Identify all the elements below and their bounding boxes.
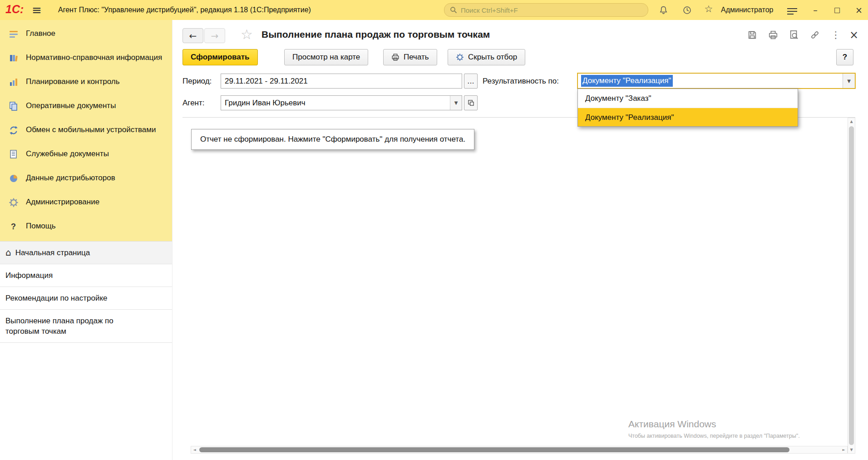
report-area — [182, 117, 855, 455]
nav-item-sales-plan-report[interactable]: Выполнение плана продаж по торговым точк… — [0, 310, 172, 343]
vertical-scrollbar-thumb[interactable] — [849, 126, 854, 445]
result-selected-value: Документу "Реализация" — [581, 75, 673, 87]
scroll-down-icon[interactable]: ▼ — [848, 446, 855, 453]
scroll-left-icon[interactable]: ◄ — [191, 446, 198, 453]
1c-logo: 1С: — [5, 3, 24, 16]
preview-icon[interactable] — [788, 29, 800, 41]
sidebar-nav: ⌂ Начальная страница Информация Рекоменд… — [0, 241, 172, 343]
report-empty-message: Отчет не сформирован. Нажмите "Сформиров… — [191, 129, 474, 150]
gear-icon — [8, 197, 19, 208]
sidebar-item-label: Помощь — [26, 221, 56, 231]
sidebar-item-distributor-data[interactable]: Данные дистрибьюторов — [0, 166, 172, 190]
sidebar-item-label: Администрирование — [26, 197, 99, 207]
horizontal-scrollbar[interactable]: ◄ ► — [191, 446, 848, 454]
settings-gear-icon — [456, 53, 464, 61]
period-picker-button[interactable]: ... — [464, 74, 478, 89]
nav-item-home-page[interactable]: ⌂ Начальная страница — [0, 242, 172, 264]
print-icon[interactable] — [767, 29, 779, 41]
favorite-star-icon[interactable]: ☆ — [241, 26, 253, 42]
sidebar-item-label: Планирование и контроль — [26, 77, 120, 87]
books-icon — [8, 53, 19, 63]
sidebar-item-label: Данные дистрибьюторов — [26, 173, 115, 183]
dropdown-option-realization[interactable]: Документу "Реализация" — [578, 108, 798, 126]
window-title: Агент Плюс: "Управление дистрибуцией", р… — [58, 6, 311, 14]
result-dropdown-list: Документу "Заказ" Документу "Реализация" — [577, 89, 798, 127]
nav-item-information[interactable]: Информация — [0, 264, 172, 287]
period-label: Период: — [182, 77, 212, 86]
home-icon: ⌂ — [5, 247, 11, 258]
nav-item-label: Рекомендации по настройке — [5, 294, 108, 302]
sidebar-item-mobile-exchange[interactable]: Обмен с мобильными устройствами — [0, 118, 172, 142]
sidebar-item-label: Главное — [26, 29, 55, 39]
sync-arrows-icon — [8, 125, 19, 135]
nav-item-label: Выполнение плана продаж по торговым точк… — [5, 316, 124, 336]
sidebar-item-label: Оперативные документы — [26, 101, 116, 111]
close-window-button[interactable]: × — [852, 3, 866, 17]
result-combobox[interactable]: Документу "Реализация" ▼ — [577, 73, 855, 89]
agent-input[interactable] — [221, 96, 450, 110]
sidebar-item-planning-control[interactable]: Планирование и контроль — [0, 70, 172, 94]
scroll-up-icon[interactable]: ▲ — [848, 118, 855, 125]
bar-chart-icon — [8, 77, 19, 87]
sidebar-item-operational-documents[interactable]: Оперативные документы — [0, 94, 172, 118]
sidebar-item-service-documents[interactable]: Служебные документы — [0, 142, 172, 166]
agent-choose-button[interactable] — [464, 95, 478, 110]
agent-label: Агент: — [182, 99, 205, 108]
map-view-button[interactable]: Просмотр на карте — [284, 49, 368, 65]
history-clock-icon[interactable] — [681, 4, 693, 16]
nav-item-label: Информация — [5, 271, 53, 280]
sidebar-item-label: Служебные документы — [26, 149, 109, 159]
back-button[interactable]: ← — [182, 28, 203, 43]
period-input[interactable] — [221, 74, 462, 89]
agent-combobox[interactable]: ▼ — [221, 95, 462, 110]
sidebar-item-main[interactable]: Главное — [0, 22, 172, 46]
sidebar: Главное Нормативно-справочная информация… — [0, 20, 173, 460]
current-user-name[interactable]: Администратор — [721, 6, 773, 14]
question-mark-icon: ? — [8, 221, 19, 232]
generate-button[interactable]: Сформировать — [182, 49, 258, 65]
result-label: Результативность по: — [483, 77, 559, 86]
main-menu-button[interactable]: ≡ — [29, 3, 44, 17]
dropdown-option-order[interactable]: Документу "Заказ" — [578, 89, 798, 108]
save-icon[interactable] — [746, 29, 758, 41]
sidebar-item-label: Нормативно-справочная информация — [26, 53, 162, 63]
minimize-button[interactable]: – — [808, 3, 823, 17]
print-button[interactable]: Печать — [383, 49, 437, 65]
hide-filter-button[interactable]: Скрыть отбор — [448, 49, 525, 65]
global-search[interactable] — [444, 3, 648, 17]
documents-icon — [8, 101, 19, 111]
chevron-down-icon[interactable]: ▼ — [450, 96, 462, 110]
scroll-right-icon[interactable]: ► — [840, 446, 847, 453]
printer-icon — [391, 53, 399, 61]
link-icon[interactable] — [809, 29, 821, 41]
page-title: Выполнение плана продаж по торговым точк… — [261, 29, 490, 40]
sidebar-item-help[interactable]: ? Помощь — [0, 214, 172, 238]
more-actions-icon[interactable]: ⋮ — [830, 29, 842, 41]
sidebar-item-label: Обмен с мобильными устройствами — [26, 125, 156, 135]
search-icon — [450, 6, 457, 14]
list-icon — [8, 29, 19, 39]
search-input[interactable] — [461, 6, 642, 14]
maximize-button[interactable]: □ — [830, 3, 844, 17]
favorites-star-icon[interactable]: ☆ — [703, 3, 715, 15]
document-lines-icon — [8, 149, 19, 159]
nav-item-setup-recommendations[interactable]: Рекомендации по настройке — [0, 287, 172, 310]
chevron-down-icon[interactable]: ▼ — [843, 74, 855, 88]
nav-item-label: Начальная страница — [15, 247, 90, 258]
pie-chart-icon — [8, 173, 19, 183]
vertical-scrollbar[interactable]: ▲ ▼ — [848, 118, 855, 454]
sidebar-sections: Главное Нормативно-справочная информация… — [0, 20, 172, 241]
horizontal-scrollbar-thumb[interactable] — [199, 447, 789, 452]
close-form-button[interactable]: × — [848, 29, 860, 41]
sidebar-item-reference-info[interactable]: Нормативно-справочная информация — [0, 46, 172, 70]
forward-button[interactable]: → — [204, 28, 225, 43]
report-form: ← → ☆ Выполнение плана продаж по торговы… — [173, 20, 868, 460]
help-button[interactable]: ? — [836, 49, 853, 65]
service-menu-icon[interactable] — [786, 5, 798, 17]
sidebar-item-administration[interactable]: Администрирование — [0, 190, 172, 214]
notifications-bell-icon[interactable] — [657, 4, 669, 16]
topbar: 1С: ≡ Агент Плюс: "Управление дистрибуци… — [0, 0, 868, 20]
